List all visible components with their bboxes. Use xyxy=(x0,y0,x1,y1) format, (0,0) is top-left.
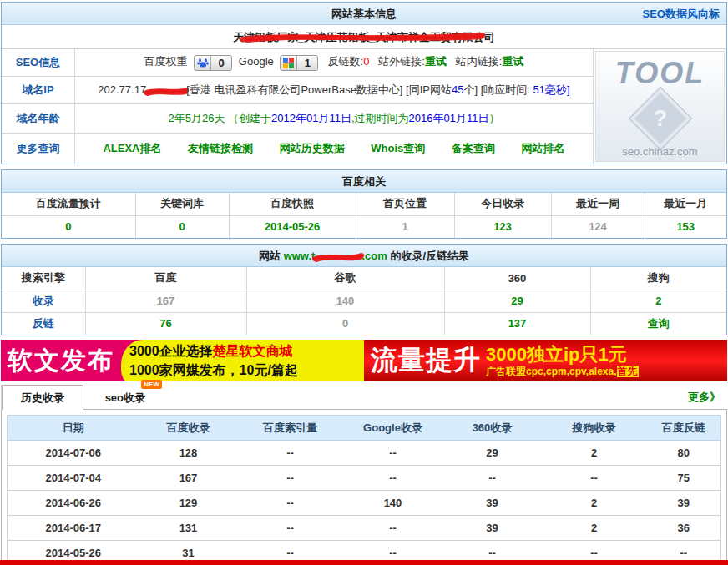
same-ip-count: 45 xyxy=(452,83,463,96)
engine-header-row: 搜索引擎 百度 谷歌 360 搜狗 xyxy=(2,267,726,290)
backlink-sogou-query-link[interactable]: 查询 xyxy=(590,312,726,335)
backlink-360: 137 xyxy=(444,312,590,335)
hcol-baidu-backlink: 百度反链 xyxy=(647,416,721,441)
tool-logo[interactable]: TOOL ? seo.chinaz.com xyxy=(595,51,725,162)
seo-data-vane-link[interactable]: SEO数据风向标 xyxy=(643,3,720,25)
baidu-weight-pill[interactable]: 0 xyxy=(194,55,232,71)
queried-domain: www.t xyxy=(284,250,316,262)
history-header-row: 日期 百度收录 百度索引量 Google收录 360收录 搜狗收录 百度反链 xyxy=(8,416,721,441)
ad-left-main-text: 软文发布 xyxy=(1,340,114,381)
domain-age-row: 域名年龄 2年5月26天 （创建于2012年01月11日,过期时间为2016年0… xyxy=(2,104,593,134)
table-row: 2014-06-17131----39236 xyxy=(8,516,721,541)
alexa-rank-link[interactable]: ALEXA排名 xyxy=(103,142,161,154)
domain-age-label: 域名年龄 xyxy=(2,104,75,133)
response-time: [响应时间: 51毫秒] xyxy=(481,83,570,96)
last-week-value: 124 xyxy=(551,215,645,238)
inlink-label: 站内链接: xyxy=(456,55,503,68)
seo-info-label: SEO信息 xyxy=(2,49,75,76)
google-icon xyxy=(281,56,297,70)
ip-location: [香港 电讯盈科有限公司PowerBase数据中心] xyxy=(186,83,402,96)
ad-left-detail: 3000企业选择楚星软文商城 1000家网媒发布，10元/篇起 xyxy=(121,340,364,381)
collect-baidu: 167 xyxy=(85,290,246,312)
baidu-snapshot-value[interactable]: 2014-05-26 xyxy=(229,215,356,238)
domain-age-value: 2年5月26天 xyxy=(169,112,225,124)
seo-info-content: 百度权重 0 Google 1 反链数:0 xyxy=(75,49,593,75)
hcol-360-collect: 360收录 xyxy=(443,416,542,441)
table-row: 2014-07-04167--------75 xyxy=(8,466,721,491)
domain-ip-content: 202.77.17[香港 电讯盈科有限公司PowerBase数据中心] [同IP… xyxy=(75,78,593,103)
baidu-related-table: 百度流量预计 关键词库 百度快照 首页位置 今日收录 最近一周 最近一月 0 0… xyxy=(2,193,726,238)
collect-google: 140 xyxy=(246,290,444,312)
ad-soft-article[interactable]: 软文发布 3000企业选择楚星软文商城 1000家网媒发布，10元/篇起 xyxy=(1,340,364,381)
friend-link-check-link[interactable]: 友情链接检测 xyxy=(188,142,253,154)
ip-visible-text: 202.77.17 xyxy=(98,83,146,96)
site-history-link[interactable]: 网站历史数据 xyxy=(280,142,345,154)
site-title-row: 天津铝板厂家_天津压花铝板_天津市祥金工贸有限公司 xyxy=(2,25,726,49)
table-row: 2014-07-06128----29280 xyxy=(8,441,721,466)
panel-title: 网站基本信息 xyxy=(331,8,397,20)
google-pr-pill[interactable]: 1 xyxy=(280,55,318,71)
collect-row-label: 收录 xyxy=(2,290,85,312)
domain-age-content: 2年5月26天 （创建于2012年01月11日,过期时间为2016年01月11日… xyxy=(75,106,593,131)
baidu-paw-icon xyxy=(195,56,211,70)
history-tabbar: 历史收录 seo收录NEW 更多》 xyxy=(1,385,727,410)
basic-info-panel: 网站基本信息 SEO数据风向标 天津铝板厂家_天津压花铝板_天津市祥金工贸有限公… xyxy=(1,2,727,164)
hcol-baidu-index: 百度索引量 xyxy=(238,416,343,441)
tab-seo-collect[interactable]: seo收录NEW xyxy=(87,386,164,411)
engine-google: 谷歌 xyxy=(246,267,444,290)
ad-right-detail: 3000独立ip只1元 广告联盟cpc,cpm,cpv,alexa,首先 xyxy=(486,344,639,378)
ad-traffic-boost[interactable]: 流量提升 3000独立ip只1元 广告联盟cpc,cpm,cpv,alexa,首… xyxy=(364,340,727,381)
expire-date: 2016年01月11日 xyxy=(409,112,489,124)
basic-info-titlebar: 网站基本信息 SEO数据风向标 xyxy=(2,3,726,25)
hcol-date: 日期 xyxy=(8,416,139,441)
col-last-week: 最近一周 xyxy=(551,193,645,215)
baidu-related-header-row: 百度流量预计 关键词库 百度快照 首页位置 今日收录 最近一周 最近一月 xyxy=(2,193,726,215)
baidu-related-title: 百度相关 xyxy=(342,175,386,188)
inlink-retry-link[interactable]: 重试 xyxy=(502,55,523,68)
whois-link[interactable]: Whois查询 xyxy=(371,142,425,154)
icp-record-link[interactable]: 备案查询 xyxy=(452,142,495,154)
engine-label: 搜索引擎 xyxy=(2,267,85,290)
response-time-value: 51 xyxy=(533,83,545,96)
google-pr-label: Google xyxy=(239,55,274,68)
bottom-ad-strip[interactable] xyxy=(0,560,728,565)
baidu-weight-label: 百度权重 xyxy=(144,55,188,68)
tab-history-collect[interactable]: 历史收录 xyxy=(2,385,83,410)
baidu-weight-value: 0 xyxy=(211,56,231,70)
col-today-collect: 今日收录 xyxy=(454,193,551,215)
more-query-links: ALEXA排名 友情链接检测 网站历史数据 Whois查询 备案查询 网站排名 xyxy=(75,136,593,161)
backlink-label: 反链数: xyxy=(328,55,364,68)
hcol-baidu-collect: 百度收录 xyxy=(139,416,238,441)
ad-banner-row: 软文发布 3000企业选择楚星软文商城 1000家网媒发布，10元/篇起 流量提… xyxy=(1,340,727,381)
outlink-label: 站外链接: xyxy=(378,55,425,68)
backlink-row-label: 反链 xyxy=(2,312,85,335)
more-query-row: 更多查询 ALEXA排名 友情链接检测 网站历史数据 Whois查询 备案查询 … xyxy=(2,134,593,164)
engine-baidu: 百度 xyxy=(85,267,246,290)
created-date: 2012年01月11日 xyxy=(271,112,351,124)
domain-ip-label: 域名IP xyxy=(2,77,75,103)
baidu-related-panel: 百度相关 百度流量预计 关键词库 百度快照 首页位置 今日收录 最近一周 最近一… xyxy=(1,169,727,239)
tool-logo-cell: TOOL ? seo.chinaz.com xyxy=(593,49,726,164)
seo-info-row: SEO信息 百度权重 0 Google 1 xyxy=(2,49,593,77)
hcol-google-collect: Google收录 xyxy=(343,416,443,441)
engine-sogou: 搜狗 xyxy=(590,267,726,290)
col-last-month: 最近一月 xyxy=(645,193,726,215)
google-pr-value: 1 xyxy=(297,56,317,70)
col-baidu-traffic: 百度流量预计 xyxy=(2,193,135,215)
site-rank-link[interactable]: 网站排名 xyxy=(522,142,565,154)
keyword-lib-value: 0 xyxy=(135,215,229,238)
same-ip-link[interactable]: [同IP网站45个] xyxy=(406,83,478,96)
question-diamond-icon: ? xyxy=(629,88,691,149)
more-history-link[interactable]: 更多》 xyxy=(688,390,720,405)
collect-row: 收录 167 140 29 2 xyxy=(2,290,726,312)
red-scribble-ip xyxy=(144,86,189,96)
red-scribble-domain xyxy=(312,251,364,263)
home-position-value: 1 xyxy=(356,215,454,238)
backlink-baidu: 76 xyxy=(85,312,246,335)
site-title-text: 天津铝板厂家_天津压花铝板_天津市祥金工贸有限公司 xyxy=(233,31,494,43)
backlink-row: 反链 76 0 137 查询 xyxy=(2,312,726,335)
collect-sogou: 2 xyxy=(590,290,726,312)
ad-right-main-text: 流量提升 xyxy=(364,342,486,379)
outlink-retry-link[interactable]: 重试 xyxy=(425,55,447,68)
col-baidu-snapshot: 百度快照 xyxy=(229,193,356,215)
